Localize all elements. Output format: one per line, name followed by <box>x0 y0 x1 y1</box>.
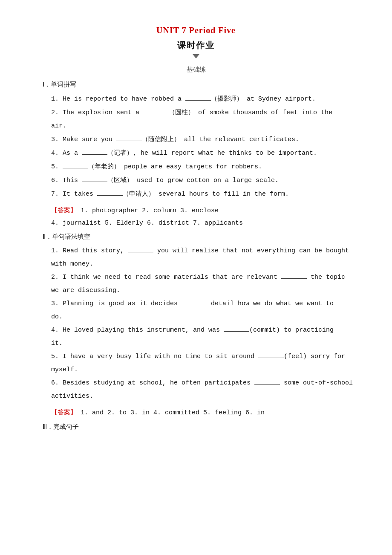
q2-6-cont: activities. <box>51 390 358 402</box>
section3-heading: Ⅲ．完成句子 <box>43 423 358 431</box>
q1-6: 6. This （区域） used to grow cotton on a la… <box>51 174 358 186</box>
q2-3-cont: do. <box>51 311 358 323</box>
q1-5: 5. （年老的） people are easy targets for rob… <box>51 161 358 173</box>
q2-2: 2. I think we need to read some material… <box>51 272 358 283</box>
q1-1: 1. He is reported to have robbed a （摄影师）… <box>51 93 358 105</box>
section1-answers: 【答案】 1. photographer 2. column 3. enclos… <box>51 204 358 229</box>
q2-3: 3. Planning is good as it decides detail… <box>51 298 358 309</box>
q2-6: 6. Besides studying at school, he often … <box>51 377 358 389</box>
q2-5: 5. I have a very busy life with no time … <box>51 351 358 362</box>
q2-1-cont: with money. <box>51 258 358 270</box>
section2-answers: 【答案】 1. and 2. to 3. in 4. committed 5. … <box>51 406 358 419</box>
q2-5-cont: myself. <box>51 364 358 376</box>
page-title: UNIT 7 Period Five <box>34 26 358 35</box>
section2-heading: Ⅱ．单句语法填空 <box>43 233 358 241</box>
q2-4: 4. He loved playing this instrument, and… <box>51 324 358 336</box>
q1-4: 4. As a （记者）, he will report what he thi… <box>51 147 358 159</box>
section1-heading: Ⅰ．单词拼写 <box>43 81 358 89</box>
q2-2-cont: we are discussing. <box>51 285 358 296</box>
q1-2: 2. The explosion sent a （圆柱） of smoke th… <box>51 107 358 119</box>
section-basic-label: 基础练 <box>34 66 358 74</box>
section2-questions: 1. Read this story, you will realise tha… <box>34 245 358 402</box>
q2-1: 1. Read this story, you will realise tha… <box>51 245 358 257</box>
answer-label-2: 【答案】 <box>51 409 77 416</box>
q1-3: 3. Make sure you （随信附上） all the relevant… <box>51 133 358 145</box>
answer-text-1b: 4. journalist 5. Elderly 6. district 7. … <box>51 220 243 227</box>
section1-questions: 1. He is reported to have robbed a （摄影师）… <box>34 93 358 200</box>
q2-4-cont: it. <box>51 338 358 349</box>
subtitle: 课时作业 <box>177 40 215 50</box>
answer-text-2a: 1. and 2. to 3. in 4. committed 5. feeli… <box>77 409 265 416</box>
q1-2-cont: air. <box>51 120 358 132</box>
q1-7: 7. It takes （申请人） several hours to fill … <box>51 188 358 200</box>
answer-text-1a: 1. photographer 2. column 3. enclose <box>77 207 219 214</box>
section-divider <box>34 54 358 58</box>
answer-label-1: 【答案】 <box>51 207 77 214</box>
